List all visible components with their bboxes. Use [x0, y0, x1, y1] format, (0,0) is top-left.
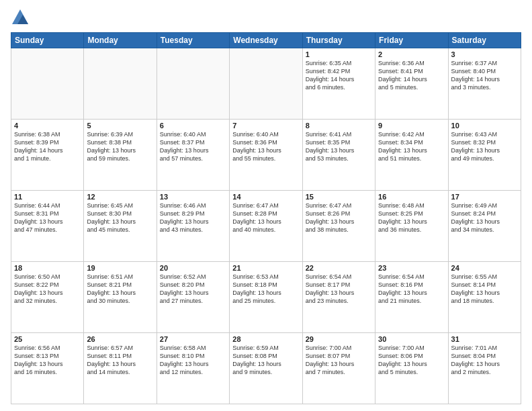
day-info: Sunrise: 6:44 AM Sunset: 8:31 PM Dayligh…	[14, 201, 81, 234]
day-number: 15	[306, 193, 372, 201]
page: SundayMondayTuesdayWednesdayThursdayFrid…	[0, 0, 532, 411]
day-number: 20	[160, 264, 226, 272]
day-cell: 10Sunrise: 6:43 AM Sunset: 8:32 PM Dayli…	[448, 120, 521, 191]
day-cell: 23Sunrise: 6:54 AM Sunset: 8:16 PM Dayli…	[375, 262, 448, 333]
day-number: 14	[232, 193, 299, 201]
day-info: Sunrise: 6:41 AM Sunset: 8:35 PM Dayligh…	[306, 130, 372, 163]
day-header-thursday: Thursday	[302, 33, 375, 48]
day-number: 26	[87, 335, 153, 343]
day-cell: 6Sunrise: 6:40 AM Sunset: 8:37 PM Daylig…	[157, 120, 229, 191]
day-cell: 22Sunrise: 6:54 AM Sunset: 8:17 PM Dayli…	[302, 262, 375, 333]
day-number: 3	[451, 50, 518, 58]
day-number: 17	[451, 193, 518, 201]
day-number: 10	[451, 122, 518, 130]
day-number: 23	[378, 264, 445, 272]
day-cell: 8Sunrise: 6:41 AM Sunset: 8:35 PM Daylig…	[302, 120, 375, 191]
calendar-week-5: 25Sunrise: 6:56 AM Sunset: 8:13 PM Dayli…	[11, 333, 521, 404]
day-number: 31	[451, 335, 518, 343]
day-header-tuesday: Tuesday	[157, 33, 229, 48]
day-number: 7	[232, 122, 299, 130]
day-number: 22	[306, 264, 372, 272]
day-cell: 13Sunrise: 6:46 AM Sunset: 8:29 PM Dayli…	[157, 191, 229, 262]
day-number: 21	[232, 264, 299, 272]
day-cell: 18Sunrise: 6:50 AM Sunset: 8:22 PM Dayli…	[11, 262, 84, 333]
day-cell: 21Sunrise: 6:53 AM Sunset: 8:18 PM Dayli…	[230, 262, 302, 333]
day-info: Sunrise: 6:55 AM Sunset: 8:14 PM Dayligh…	[451, 273, 518, 306]
calendar: SundayMondayTuesdayWednesdayThursdayFrid…	[11, 32, 521, 404]
day-info: Sunrise: 6:36 AM Sunset: 8:41 PM Dayligh…	[378, 59, 445, 92]
day-cell: 25Sunrise: 6:56 AM Sunset: 8:13 PM Dayli…	[11, 333, 84, 404]
day-cell: 14Sunrise: 6:47 AM Sunset: 8:28 PM Dayli…	[230, 191, 302, 262]
day-info: Sunrise: 6:40 AM Sunset: 8:37 PM Dayligh…	[160, 130, 226, 163]
day-number: 12	[87, 193, 153, 201]
day-info: Sunrise: 6:45 AM Sunset: 8:30 PM Dayligh…	[87, 201, 153, 234]
day-cell: 19Sunrise: 6:51 AM Sunset: 8:21 PM Dayli…	[84, 262, 157, 333]
day-info: Sunrise: 6:47 AM Sunset: 8:26 PM Dayligh…	[306, 201, 372, 234]
calendar-week-3: 11Sunrise: 6:44 AM Sunset: 8:31 PM Dayli…	[11, 191, 521, 262]
day-number: 6	[160, 122, 226, 130]
day-cell	[84, 48, 157, 120]
calendar-week-2: 4Sunrise: 6:38 AM Sunset: 8:39 PM Daylig…	[11, 120, 521, 191]
calendar-header: SundayMondayTuesdayWednesdayThursdayFrid…	[11, 33, 521, 48]
day-number: 2	[378, 50, 445, 58]
day-info: Sunrise: 6:38 AM Sunset: 8:39 PM Dayligh…	[14, 130, 81, 163]
calendar-table: SundayMondayTuesdayWednesdayThursdayFrid…	[11, 32, 521, 404]
day-cell: 1Sunrise: 6:35 AM Sunset: 8:42 PM Daylig…	[302, 48, 375, 120]
calendar-body: 1Sunrise: 6:35 AM Sunset: 8:42 PM Daylig…	[11, 48, 521, 404]
calendar-week-1: 1Sunrise: 6:35 AM Sunset: 8:42 PM Daylig…	[11, 48, 521, 120]
calendar-week-4: 18Sunrise: 6:50 AM Sunset: 8:22 PM Dayli…	[11, 262, 521, 333]
day-info: Sunrise: 7:00 AM Sunset: 8:07 PM Dayligh…	[306, 344, 372, 377]
day-cell: 12Sunrise: 6:45 AM Sunset: 8:30 PM Dayli…	[84, 191, 157, 262]
day-cell: 4Sunrise: 6:38 AM Sunset: 8:39 PM Daylig…	[11, 120, 84, 191]
day-cell: 29Sunrise: 7:00 AM Sunset: 8:07 PM Dayli…	[302, 333, 375, 404]
day-info: Sunrise: 6:58 AM Sunset: 8:10 PM Dayligh…	[160, 344, 226, 377]
day-info: Sunrise: 6:49 AM Sunset: 8:24 PM Dayligh…	[451, 201, 518, 234]
day-cell: 20Sunrise: 6:52 AM Sunset: 8:20 PM Dayli…	[157, 262, 229, 333]
day-info: Sunrise: 6:37 AM Sunset: 8:40 PM Dayligh…	[451, 59, 518, 92]
day-info: Sunrise: 6:35 AM Sunset: 8:42 PM Dayligh…	[306, 59, 372, 92]
day-info: Sunrise: 7:00 AM Sunset: 8:06 PM Dayligh…	[378, 344, 445, 377]
logo	[11, 8, 32, 27]
day-info: Sunrise: 6:54 AM Sunset: 8:17 PM Dayligh…	[306, 273, 372, 306]
day-cell: 16Sunrise: 6:48 AM Sunset: 8:25 PM Dayli…	[375, 191, 448, 262]
logo-icon	[11, 8, 30, 27]
day-number: 25	[14, 335, 81, 343]
day-cell: 7Sunrise: 6:40 AM Sunset: 8:36 PM Daylig…	[230, 120, 302, 191]
day-cell: 24Sunrise: 6:55 AM Sunset: 8:14 PM Dayli…	[448, 262, 521, 333]
day-info: Sunrise: 6:59 AM Sunset: 8:08 PM Dayligh…	[232, 344, 299, 377]
day-number: 4	[14, 122, 81, 130]
day-info: Sunrise: 6:52 AM Sunset: 8:20 PM Dayligh…	[160, 273, 226, 306]
day-header-sunday: Sunday	[11, 33, 84, 48]
day-cell: 5Sunrise: 6:39 AM Sunset: 8:38 PM Daylig…	[84, 120, 157, 191]
day-number: 27	[160, 335, 226, 343]
day-number: 18	[14, 264, 81, 272]
day-header-wednesday: Wednesday	[230, 33, 302, 48]
day-number: 28	[232, 335, 299, 343]
day-header-friday: Friday	[375, 33, 448, 48]
day-info: Sunrise: 7:01 AM Sunset: 8:04 PM Dayligh…	[451, 344, 518, 377]
day-cell: 17Sunrise: 6:49 AM Sunset: 8:24 PM Dayli…	[448, 191, 521, 262]
day-number: 1	[306, 50, 372, 58]
day-number: 11	[14, 193, 81, 201]
day-cell	[11, 48, 84, 120]
day-number: 19	[87, 264, 153, 272]
day-info: Sunrise: 6:54 AM Sunset: 8:16 PM Dayligh…	[378, 273, 445, 306]
day-cell: 11Sunrise: 6:44 AM Sunset: 8:31 PM Dayli…	[11, 191, 84, 262]
day-number: 29	[306, 335, 372, 343]
day-number: 30	[378, 335, 445, 343]
day-info: Sunrise: 6:39 AM Sunset: 8:38 PM Dayligh…	[87, 130, 153, 163]
day-cell: 26Sunrise: 6:57 AM Sunset: 8:11 PM Dayli…	[84, 333, 157, 404]
day-number: 13	[160, 193, 226, 201]
day-cell: 31Sunrise: 7:01 AM Sunset: 8:04 PM Dayli…	[448, 333, 521, 404]
day-info: Sunrise: 6:40 AM Sunset: 8:36 PM Dayligh…	[232, 130, 299, 163]
day-info: Sunrise: 6:43 AM Sunset: 8:32 PM Dayligh…	[451, 130, 518, 163]
day-cell: 15Sunrise: 6:47 AM Sunset: 8:26 PM Dayli…	[302, 191, 375, 262]
day-header-saturday: Saturday	[448, 33, 521, 48]
day-info: Sunrise: 6:50 AM Sunset: 8:22 PM Dayligh…	[14, 273, 81, 306]
day-number: 5	[87, 122, 153, 130]
day-info: Sunrise: 6:46 AM Sunset: 8:29 PM Dayligh…	[160, 201, 226, 234]
day-cell	[157, 48, 229, 120]
day-info: Sunrise: 6:47 AM Sunset: 8:28 PM Dayligh…	[232, 201, 299, 234]
day-cell: 9Sunrise: 6:42 AM Sunset: 8:34 PM Daylig…	[375, 120, 448, 191]
day-info: Sunrise: 6:42 AM Sunset: 8:34 PM Dayligh…	[378, 130, 445, 163]
